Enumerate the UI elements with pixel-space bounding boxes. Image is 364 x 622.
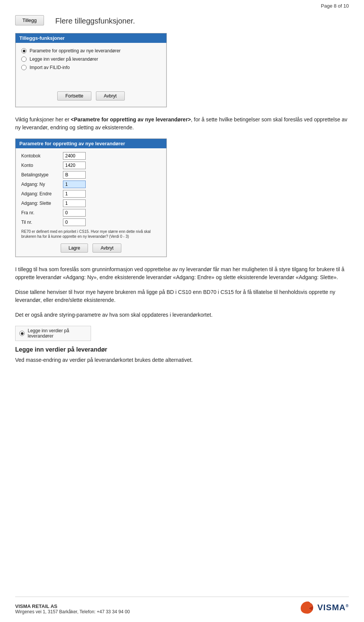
visma-logo-icon <box>300 601 315 614</box>
params-label-adgang-slette: Adgang: Slette <box>21 201 63 206</box>
radio-circle-2[interactable] <box>21 57 27 62</box>
radio-label-2: Legge inn verdier på leverandører <box>30 57 98 62</box>
radio-label-3: Import av FILID-info <box>30 65 70 70</box>
small-radio-section: Legge inn verdier på leverandører <box>15 326 91 341</box>
radio-option-1[interactable]: Parametre for oppretting av nye leverand… <box>21 48 161 53</box>
params-row-konto: Konto <box>21 162 161 169</box>
avbryt-button-2[interactable]: Avbryt <box>93 243 121 253</box>
fortsette-button[interactable]: Fortsette <box>57 91 91 101</box>
body-text-4: Det er også andre styring-parametre av h… <box>15 311 349 319</box>
body-text-3: Disse tallene henviser til hvor mye høye… <box>15 288 349 304</box>
lagre-button[interactable]: Lagre <box>61 243 88 253</box>
tilleggs-funksjoner-dialog: Tilleggs-funksjoner Parametre for oppret… <box>15 33 167 107</box>
visma-registered-mark: ® <box>346 604 349 608</box>
params-label-fra-nr: Fra nr. <box>21 210 63 215</box>
radio-label-1: Parametre for oppretting av nye leverand… <box>30 48 121 53</box>
params-row-til-nr: Til nr. <box>21 218 161 226</box>
params-row-kontobok: Kontobok <box>21 152 161 160</box>
params-label-adgang-ny: Adgang: Ny <box>21 182 63 187</box>
radio-circle-3[interactable] <box>21 65 27 70</box>
params-input-adgang-endre[interactable] <box>63 190 86 198</box>
params-note: RE70 er definert med en prioritet i CS15… <box>21 229 161 239</box>
params-input-til-nr[interactable] <box>63 218 86 226</box>
body-text-2: I tillegg til hva som foreslås som grunn… <box>15 265 349 281</box>
small-radio-label: Legge inn verdier på leverandører <box>28 328 87 339</box>
dialog1-title: Tilleggs-funksjoner <box>16 33 166 43</box>
params-input-adgang-ny[interactable] <box>63 181 86 188</box>
footer-address: Wirgenes vei 1, 3157 Barkåker, Telefon: … <box>15 609 130 614</box>
params-input-konto[interactable] <box>63 162 86 169</box>
radio-option-3[interactable]: Import av FILID-info <box>21 65 161 70</box>
body-text-5: Ved masse-endring av verdier på leverand… <box>15 356 349 364</box>
footer-company: VISMA RETAIL AS <box>15 603 130 609</box>
params-row-betalingstype: Betalingstype <box>21 171 161 179</box>
params-row-adgang-slette: Adgang: Slette <box>21 199 161 207</box>
page-number: Page 8 of 10 <box>321 3 349 9</box>
body-text-1-before: Viktig funksjoner her er <box>15 116 71 123</box>
params-input-fra-nr[interactable] <box>63 209 86 217</box>
small-radio-circle[interactable] <box>19 331 25 336</box>
params-row-fra-nr: Fra nr. <box>21 209 161 217</box>
footer-logo: VISMA® <box>300 601 349 614</box>
params-row-adgang-ny: Adgang: Ny <box>21 181 161 188</box>
params-label-kontobok: Kontobok <box>21 153 63 159</box>
section-heading: Legge inn verdier på leverandør <box>15 346 349 353</box>
body-text-1: Viktig funksjoner her er <Parametre for … <box>15 116 349 132</box>
params-row-adgang-endre: Adgang: Endre <box>21 190 161 198</box>
footer: VISMA RETAIL AS Wirgenes vei 1, 3157 Bar… <box>15 597 349 614</box>
params-label-adgang-endre: Adgang: Endre <box>21 191 63 196</box>
page-heading: Flere tilleggsfunksjoner. <box>55 15 135 25</box>
radio-option-2[interactable]: Legge inn verdier på leverandører <box>21 57 161 62</box>
parametre-dialog: Parametre for oppretting av nye leverand… <box>15 138 167 257</box>
dialog2-title: Parametre for oppretting av nye leverand… <box>16 139 166 148</box>
params-label-konto: Konto <box>21 163 63 168</box>
params-input-betalingstype[interactable] <box>63 171 86 179</box>
tillegg-button[interactable]: Tillegg <box>15 15 44 25</box>
visma-logo-text: VISMA® <box>317 603 349 613</box>
params-label-betalingstype: Betalingstype <box>21 172 63 177</box>
radio-circle-1[interactable] <box>21 48 27 53</box>
avbryt-button-1[interactable]: Avbryt <box>96 91 125 101</box>
params-input-adgang-slette[interactable] <box>63 199 86 207</box>
params-label-til-nr: Til nr. <box>21 220 63 225</box>
params-input-kontobok[interactable] <box>63 152 86 160</box>
body-text-1-bold: <Parametre for oppretting av nye leveran… <box>71 116 191 123</box>
